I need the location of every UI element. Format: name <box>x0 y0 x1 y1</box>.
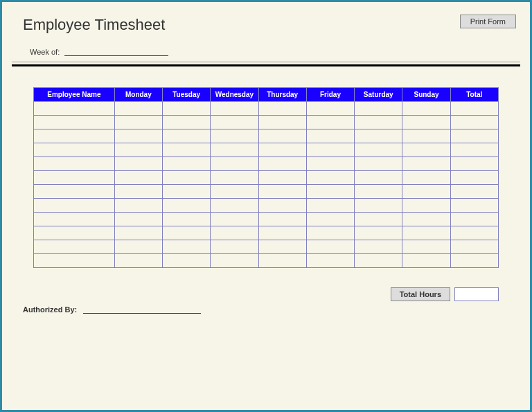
table-cell[interactable] <box>450 143 498 157</box>
table-cell[interactable] <box>306 129 354 143</box>
table-cell[interactable] <box>450 102 498 116</box>
table-cell[interactable] <box>258 116 306 129</box>
table-cell[interactable] <box>34 116 115 129</box>
table-cell[interactable] <box>402 157 450 171</box>
table-cell[interactable] <box>402 254 450 268</box>
table-cell[interactable] <box>450 226 498 240</box>
table-cell[interactable] <box>450 254 498 268</box>
table-cell[interactable] <box>450 157 498 171</box>
table-cell[interactable] <box>114 102 162 116</box>
table-cell[interactable] <box>402 213 450 226</box>
table-cell[interactable] <box>211 157 258 171</box>
table-cell[interactable] <box>402 171 450 185</box>
table-cell[interactable] <box>306 240 354 254</box>
table-cell[interactable] <box>306 171 354 185</box>
table-cell[interactable] <box>162 157 210 171</box>
table-cell[interactable] <box>355 199 402 213</box>
table-cell[interactable] <box>306 185 354 199</box>
table-cell[interactable] <box>355 240 402 254</box>
table-cell[interactable] <box>34 102 115 116</box>
table-cell[interactable] <box>355 254 402 268</box>
table-cell[interactable] <box>114 185 162 199</box>
table-cell[interactable] <box>34 171 115 185</box>
table-cell[interactable] <box>162 129 210 143</box>
table-cell[interactable] <box>402 226 450 240</box>
table-cell[interactable] <box>450 240 498 254</box>
table-cell[interactable] <box>355 226 402 240</box>
table-cell[interactable] <box>162 185 210 199</box>
table-cell[interactable] <box>355 185 402 199</box>
table-cell[interactable] <box>211 129 258 143</box>
table-cell[interactable] <box>450 213 498 226</box>
table-cell[interactable] <box>306 254 354 268</box>
table-cell[interactable] <box>34 226 115 240</box>
total-hours-value[interactable] <box>454 287 499 301</box>
table-cell[interactable] <box>355 116 402 129</box>
table-cell[interactable] <box>211 213 258 226</box>
table-cell[interactable] <box>34 240 115 254</box>
table-cell[interactable] <box>306 143 354 157</box>
table-cell[interactable] <box>211 185 258 199</box>
table-cell[interactable] <box>211 143 258 157</box>
table-cell[interactable] <box>450 199 498 213</box>
table-cell[interactable] <box>114 199 162 213</box>
table-cell[interactable] <box>211 240 258 254</box>
table-cell[interactable] <box>402 185 450 199</box>
table-cell[interactable] <box>258 213 306 226</box>
table-cell[interactable] <box>114 254 162 268</box>
table-cell[interactable] <box>402 116 450 129</box>
table-cell[interactable] <box>355 171 402 185</box>
table-cell[interactable] <box>114 240 162 254</box>
table-cell[interactable] <box>114 143 162 157</box>
table-cell[interactable] <box>258 240 306 254</box>
table-cell[interactable] <box>402 102 450 116</box>
table-cell[interactable] <box>211 199 258 213</box>
table-cell[interactable] <box>258 226 306 240</box>
table-cell[interactable] <box>211 171 258 185</box>
table-cell[interactable] <box>355 213 402 226</box>
table-cell[interactable] <box>450 185 498 199</box>
table-cell[interactable] <box>258 254 306 268</box>
table-cell[interactable] <box>402 240 450 254</box>
table-cell[interactable] <box>34 185 115 199</box>
table-cell[interactable] <box>34 213 115 226</box>
table-cell[interactable] <box>306 116 354 129</box>
table-cell[interactable] <box>402 199 450 213</box>
table-cell[interactable] <box>114 226 162 240</box>
table-cell[interactable] <box>34 199 115 213</box>
table-cell[interactable] <box>114 213 162 226</box>
table-cell[interactable] <box>211 116 258 129</box>
table-cell[interactable] <box>34 129 115 143</box>
table-cell[interactable] <box>34 157 115 171</box>
table-cell[interactable] <box>450 129 498 143</box>
table-cell[interactable] <box>258 171 306 185</box>
table-cell[interactable] <box>306 199 354 213</box>
table-cell[interactable] <box>211 102 258 116</box>
table-cell[interactable] <box>162 240 210 254</box>
table-cell[interactable] <box>306 226 354 240</box>
table-cell[interactable] <box>258 143 306 157</box>
table-cell[interactable] <box>450 171 498 185</box>
table-cell[interactable] <box>258 102 306 116</box>
table-cell[interactable] <box>162 143 210 157</box>
table-cell[interactable] <box>114 157 162 171</box>
table-cell[interactable] <box>355 157 402 171</box>
table-cell[interactable] <box>114 129 162 143</box>
table-cell[interactable] <box>162 254 210 268</box>
table-cell[interactable] <box>402 129 450 143</box>
table-cell[interactable] <box>162 226 210 240</box>
table-cell[interactable] <box>306 102 354 116</box>
table-cell[interactable] <box>211 226 258 240</box>
table-cell[interactable] <box>34 143 115 157</box>
table-cell[interactable] <box>306 157 354 171</box>
table-cell[interactable] <box>450 116 498 129</box>
table-cell[interactable] <box>355 102 402 116</box>
table-cell[interactable] <box>114 116 162 129</box>
table-cell[interactable] <box>402 143 450 157</box>
table-cell[interactable] <box>211 254 258 268</box>
table-cell[interactable] <box>355 129 402 143</box>
table-cell[interactable] <box>162 199 210 213</box>
week-of-input[interactable] <box>64 46 168 56</box>
table-cell[interactable] <box>34 254 115 268</box>
table-cell[interactable] <box>258 129 306 143</box>
